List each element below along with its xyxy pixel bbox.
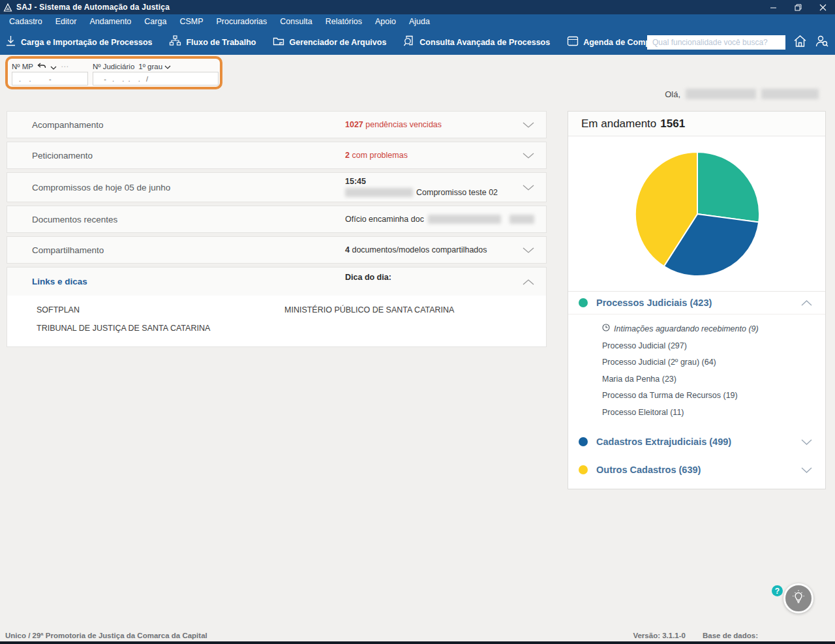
menu-andamento[interactable]: Andamento	[83, 14, 138, 29]
accordion-acompanhamento[interactable]: Acompanhamento 1027 pendências vencidas	[7, 111, 547, 138]
sublist-item[interactable]: Processo Judicial (297)	[602, 338, 825, 355]
tips-lightbulb-button[interactable]	[783, 583, 813, 613]
yellow-dot-icon	[579, 465, 588, 474]
toolbar: Carga e Importação de Processos Fluxo de…	[0, 29, 835, 55]
em-andamento-panel: Em andamento1561 Processos Judiciais (42…	[568, 111, 826, 489]
menu-bar: Cadastro Editor Andamento Carga CSMP Pro…	[0, 14, 835, 29]
close-button[interactable]	[810, 0, 835, 14]
grau-dropdown[interactable]: 1º grau	[138, 63, 171, 70]
user-search-icon[interactable]	[815, 35, 828, 50]
undo-icon[interactable]	[37, 61, 46, 72]
processos-judiciais-sublist: Intimações aguardando recebimento (9) Pr…	[568, 314, 825, 430]
menu-apoio[interactable]: Apoio	[369, 14, 402, 29]
sublist-item[interactable]: Processo Eleitoral (11)	[602, 405, 825, 422]
blue-dot-icon	[579, 437, 588, 446]
pie-chart-area	[568, 136, 825, 292]
minimize-button[interactable]	[761, 0, 785, 14]
menu-procuradorias[interactable]: Procuradorias	[210, 14, 274, 29]
menu-carga[interactable]: Carga	[138, 14, 173, 29]
legend: Processos Judiciais (423) Intimações agu…	[568, 292, 825, 481]
menu-ajuda[interactable]: Ajuda	[402, 14, 436, 29]
legend-processos-judiciais[interactable]: Processos Judiciais (423)	[568, 292, 825, 314]
gerenciador-arquivos-button[interactable]: Gerenciador de Arquivos	[273, 36, 386, 49]
accordion-peticionamento[interactable]: Peticionamento 2 com problemas	[7, 142, 547, 169]
judicial-number-label: Nº Judiciário	[93, 63, 134, 70]
chevron-down-icon	[523, 119, 534, 130]
menu-editor[interactable]: Editor	[49, 14, 84, 29]
redacted-user-name	[761, 89, 819, 99]
legend-cadastros-extrajudiciais[interactable]: Cadastros Extrajudiciais (499)	[568, 430, 825, 453]
workflow-icon	[169, 35, 181, 49]
accordion-links-dicas[interactable]: Links e dicas Dica do dia:	[7, 267, 547, 296]
menu-consulta[interactable]: Consulta	[273, 14, 318, 29]
accordion-compromissos[interactable]: Compromissos de hoje 05 de junho 15:45 C…	[7, 172, 547, 202]
chevron-down-icon	[164, 63, 171, 70]
link-tjsc[interactable]: TRIBUNAL DE JUSTIÇA DE SANTA CATARINA	[37, 324, 210, 333]
window-title: SAJ - Sistema de Automação da Justiça	[16, 3, 170, 12]
links-expanded-panel: SOFTPLAN MINISTÉRIO PÚBLICO DE SANTA CAT…	[7, 296, 547, 347]
link-mpsc[interactable]: MINISTÉRIO PÚBLICO DE SANTA CATARINA	[284, 305, 454, 314]
restore-button[interactable]	[785, 0, 810, 14]
version-label: Versão: 3.1.1-0	[633, 632, 686, 639]
redacted-area	[509, 215, 534, 224]
chevron-down-icon	[523, 181, 534, 193]
status-bar: Unico / 29ª Promotoria de Justiça da Com…	[0, 629, 835, 641]
mp-number-input[interactable]: . . -	[12, 72, 88, 85]
fluxo-trabalho-button[interactable]: Fluxo de Trabalho	[169, 35, 256, 49]
home-icon[interactable]	[793, 35, 807, 50]
redacted-document	[428, 215, 501, 224]
consulta-avancada-button[interactable]: Consulta Avançada de Processos	[403, 35, 550, 50]
carga-importacao-button[interactable]: Carga e Importação de Processos	[5, 35, 152, 49]
saj-logo-icon	[3, 3, 12, 12]
menu-relatorios[interactable]: Relatórios	[319, 14, 369, 29]
folder-icon	[273, 36, 284, 49]
judicial-number-input[interactable]: - . . . . /	[93, 72, 219, 85]
total-count: 1561	[660, 117, 685, 130]
sublist-item[interactable]: Processo Judicial (2º grau) (64)	[602, 354, 825, 371]
lightbulb-icon	[790, 589, 807, 608]
bottom-edge	[0, 641, 835, 644]
calendar-icon	[567, 35, 579, 49]
legend-outros-cadastros[interactable]: Outros Cadastros (639)	[568, 458, 825, 481]
process-lookup-highlight: Nº MP ⋯ . . -	[5, 56, 222, 89]
sublist-item[interactable]: Processo da Turma de Recursos (19)	[602, 388, 825, 405]
chevron-up-icon	[801, 297, 812, 309]
pie-chart	[633, 150, 761, 278]
appointment-time: 15:45	[345, 177, 366, 186]
redacted-appointment	[345, 188, 413, 197]
database-label: Base de dados:	[703, 632, 758, 639]
chevron-down-icon	[801, 436, 812, 448]
sublist-item[interactable]: Maria da Penha (23)	[602, 371, 825, 388]
mp-number-label: Nº MP	[12, 63, 33, 70]
appointment-title: Compromisso teste 02	[416, 188, 498, 197]
chevron-down-icon	[523, 244, 534, 256]
mp-number-field-group: Nº MP ⋯ . . -	[12, 61, 88, 85]
chevron-up-icon	[523, 276, 534, 288]
greeting: Olá,	[665, 87, 819, 100]
search-document-icon	[403, 35, 415, 50]
menu-csmp[interactable]: CSMP	[173, 14, 209, 29]
chevron-down-icon	[523, 149, 534, 161]
teal-dot-icon	[579, 298, 588, 307]
app-window: SAJ - Sistema de Automação da Justiça Ca…	[0, 0, 835, 644]
chevron-down-icon	[801, 464, 812, 476]
panel-title: Em andamento1561	[568, 112, 825, 136]
link-softplan[interactable]: SOFTPLAN	[37, 305, 80, 314]
menu-cadastro[interactable]: Cadastro	[3, 14, 49, 29]
chevron-down-icon[interactable]	[50, 61, 57, 72]
redacted-user-name	[686, 89, 756, 99]
functionality-search-input[interactable]	[647, 35, 785, 50]
accordion-documentos-recentes[interactable]: Documentos recentes Ofício encaminha doc	[7, 206, 547, 233]
promotoria-context: Unico / 29ª Promotoria de Justiça da Com…	[5, 632, 207, 639]
help-question-badge[interactable]: ?	[772, 585, 783, 596]
clock-icon	[602, 321, 610, 338]
accordion-compartilhamento[interactable]: Compartilhamento 4 documentos/modelos co…	[7, 236, 547, 264]
ellipsis-icon[interactable]: ⋯	[61, 64, 68, 69]
judicial-number-field-group: Nº Judiciário 1º grau - . . . . /	[93, 61, 219, 85]
download-icon	[5, 35, 16, 49]
sublist-item[interactable]: Intimações aguardando recebimento (9)	[602, 321, 825, 338]
title-bar: SAJ - Sistema de Automação da Justiça	[0, 0, 835, 14]
